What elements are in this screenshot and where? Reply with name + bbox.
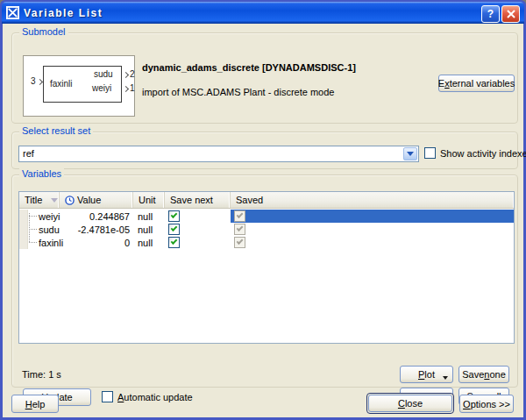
show-activity-indexes-label: Show activity indexes [440,148,526,159]
column-header-save-next[interactable]: Save next [165,192,231,208]
variable-value: 0 [60,238,133,248]
save-next-checkbox[interactable] [168,224,180,235]
table-row[interactable]: faxinli 0 null [19,236,514,249]
combobox-value: ref [23,148,34,159]
tree-branch-icon [29,229,37,230]
row-gutter [19,210,28,223]
help-button[interactable]: Help [11,395,59,413]
model-title: dynamic_adams_discrete [DYNADAMSDISC-1] [142,62,356,73]
sort-desc-icon [51,198,58,203]
saved-checkbox [234,224,245,235]
result-set-combobox[interactable]: ref [18,146,419,162]
variables-group: Variables Title Value U [11,174,518,388]
external-variables-button[interactable]: External variables [438,75,515,92]
show-activity-indexes-checkbox[interactable] [424,147,436,159]
column-header-value[interactable]: Value [60,192,133,208]
check-icon [171,224,178,231]
tree-branch-icon [29,242,37,243]
table-row[interactable]: sudu -2.4781e-05 null [19,223,514,236]
table-row[interactable]: weiyi 0.244867 null [19,210,514,223]
column-header-saved[interactable]: Saved [231,192,514,208]
block-output-top-label: sudu [94,69,113,79]
close-button-default-ring: Close [366,393,454,414]
time-label: Time: 1 s [22,369,61,380]
clock-icon [65,196,75,205]
row-gutter [19,236,28,249]
submodel-diagram: faxinli sudu weiyi 3 2 1 [23,55,135,117]
variable-list-dialog: Variable List ? Submodel faxinli sudu we… [0,0,526,420]
chevron-down-icon [407,152,414,156]
variable-unit: null [133,238,165,248]
question-icon: ? [487,8,494,20]
window-title: Variable List [24,7,103,19]
saved-cell[interactable] [231,236,514,249]
check-icon [171,211,178,218]
title-bar[interactable]: Variable List ? [2,2,524,24]
column-header-unit[interactable]: Unit [133,192,165,208]
output-port-bottom-arrow-icon [123,86,129,92]
variable-value: 0.244867 [60,211,133,222]
output-port-top-number: 2 [130,69,135,79]
tree-branch-icon [29,216,37,217]
plot-button[interactable]: Plot [400,366,453,383]
block-name-label: faxinli [50,79,73,89]
save-next-checkbox[interactable] [168,237,180,248]
row-gutter [19,223,28,236]
close-icon [507,10,515,18]
combobox-dropdown-button[interactable] [403,147,417,160]
saved-checkbox [234,210,245,222]
input-port-arrow-icon [37,79,43,85]
automatic-update-label: Automatic update [117,392,193,402]
saved-cell[interactable] [231,223,514,236]
check-icon [237,224,244,231]
variable-name: weiyi [39,211,60,222]
help-titlebar-button[interactable]: ? [481,5,500,23]
save-next-checkbox[interactable] [168,210,180,222]
check-icon [237,211,244,218]
model-subtitle: import of MSC.ADAMS Plant - discrete mod… [142,87,334,97]
variables-group-title: Variables [19,168,64,180]
variables-table[interactable]: Title Value Unit Save next [18,191,515,344]
check-icon [237,238,244,245]
variable-name: sudu [39,224,60,235]
app-icon [6,6,19,19]
saved-cell-selected[interactable] [231,210,514,223]
result-set-group: Select result set ref Show activity inde… [11,132,518,169]
table-header: Title Value Unit Save next [19,192,514,209]
close-button[interactable]: Close [368,395,452,412]
check-icon [171,238,178,245]
close-titlebar-button[interactable] [501,5,520,23]
variable-value: -2.4781e-05 [60,224,133,235]
output-port-bottom-number: 1 [130,83,135,93]
column-header-title[interactable]: Title [19,192,60,208]
dialog-body: Submodel faxinli sudu weiyi 3 2 1 dynami… [3,24,523,417]
plot-menu-arrow-icon [443,376,448,380]
options-button[interactable]: Options >> [459,395,514,413]
output-port-top-arrow-icon [123,72,129,78]
automatic-update-checkbox[interactable] [102,391,113,402]
variable-unit: null [133,211,165,222]
save-none-button[interactable]: Save none [458,366,509,383]
input-port-number: 3 [31,76,36,86]
submodel-group: Submodel faxinli sudu weiyi 3 2 1 dynami… [11,32,518,124]
result-set-group-title: Select result set [19,125,93,137]
saved-checkbox [234,237,245,248]
submodel-group-title: Submodel [19,26,68,38]
variable-unit: null [133,224,165,235]
block-output-bottom-label: weiyi [92,83,111,93]
